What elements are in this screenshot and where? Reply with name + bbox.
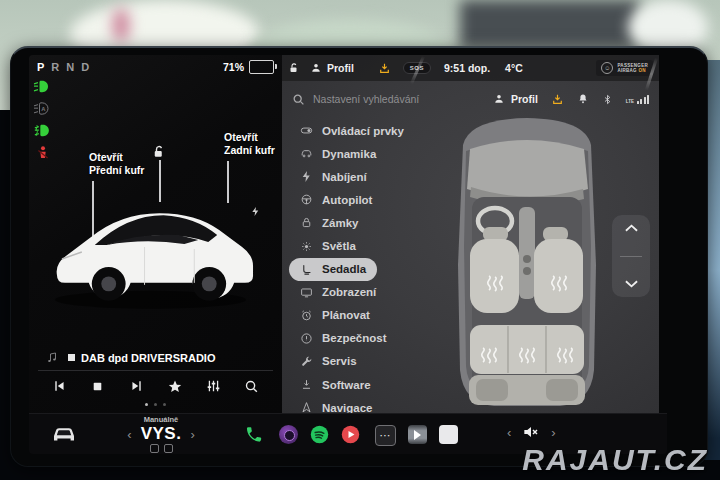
toggle-icon <box>300 124 313 137</box>
passenger-airbag-badge: ☺ PASSENGER AIRBAG ON <box>596 60 653 76</box>
tesla-touchscreen: PRND 71% A <box>10 46 708 467</box>
sos-badge[interactable]: SOS <box>403 62 431 74</box>
settings-menu: Ovládací prvky Dynamika Nabíjení Autopil… <box>289 119 415 414</box>
search-input[interactable]: Nastavení vyhledávání <box>313 93 419 105</box>
menu-item-autopilot[interactable]: Autopilot <box>289 188 383 211</box>
menu-item-safety[interactable]: Bezpečnost <box>289 327 398 350</box>
trunk-action-label: Otevřít <box>224 131 275 144</box>
menu-label: Dynamika <box>322 148 376 160</box>
clock-icon <box>300 309 313 322</box>
next-track-button[interactable] <box>125 376 147 396</box>
phone-app-icon[interactable] <box>244 425 263 444</box>
download-icon <box>300 378 313 391</box>
bluetooth-icon[interactable] <box>602 93 613 106</box>
media-controls <box>34 371 277 396</box>
open-frunk-button[interactable]: Otevřít Přední kufr <box>89 151 144 177</box>
battery-indicator: 71% <box>223 60 274 74</box>
airbag-text: PASSENGER AIRBAG ON <box>617 63 648 74</box>
camera-app-icon[interactable] <box>279 425 298 444</box>
stop-button[interactable] <box>87 376 109 396</box>
notes-app-icon[interactable] <box>439 425 458 444</box>
menu-item-navigation[interactable]: Navigace <box>289 396 384 414</box>
equalizer-button[interactable] <box>202 376 224 396</box>
clock: 9:51 dop. <box>444 62 490 74</box>
scroller-divider <box>620 256 642 257</box>
menu-item-service[interactable]: Servis <box>289 350 368 373</box>
menu-item-seats[interactable]: Sedadla <box>289 258 377 281</box>
fan-increase-button[interactable]: › <box>190 428 194 441</box>
screen-content: PRND 71% A <box>29 55 667 454</box>
menu-item-display[interactable]: Zobrazení <box>289 281 387 304</box>
low-beam-icon <box>33 79 53 94</box>
menu-item-locks[interactable]: Zámky <box>289 211 369 234</box>
lock-icon <box>300 216 313 229</box>
media-title-row[interactable]: DAB dpd DRIVERSRADIO <box>34 349 277 368</box>
fog-light-icon <box>33 123 53 138</box>
volume-control: ‹ › <box>507 425 556 439</box>
media-search-button[interactable] <box>241 376 263 396</box>
mute-icon[interactable] <box>523 425 539 439</box>
notifications-bell-icon[interactable] <box>577 93 589 105</box>
gear-r: R <box>51 61 60 73</box>
menu-item-lights[interactable]: Světla <box>289 234 367 257</box>
driver-seat[interactable] <box>470 239 519 313</box>
page-dot <box>154 403 157 406</box>
seat-heater-indicator[interactable] <box>164 444 173 453</box>
spotify-app-icon[interactable] <box>310 425 329 444</box>
menu-item-charging[interactable]: Nabíjení <box>289 165 378 188</box>
media-pagination[interactable] <box>145 403 166 406</box>
app-drawer-button[interactable]: ⋯ <box>375 425 396 446</box>
radio-app-icon[interactable] <box>341 425 360 444</box>
page-dot <box>163 403 166 406</box>
vehicle-controls-button[interactable] <box>51 423 77 443</box>
photo-background: PRND 71% A <box>0 0 720 480</box>
menu-label: Zámky <box>322 217 358 229</box>
seat-icon <box>300 263 313 276</box>
open-trunk-button[interactable]: Otevřít Zadní kufr <box>224 131 275 157</box>
previous-track-button[interactable] <box>48 376 70 396</box>
media-title: DAB dpd DRIVERSRADIO <box>81 352 215 364</box>
volume-down-button[interactable]: ‹ <box>507 426 511 439</box>
passenger-seat[interactable] <box>534 239 583 313</box>
seatbelt-warning-icon <box>33 145 53 160</box>
fan-decrease-button[interactable]: ‹ <box>127 428 131 441</box>
theater-app-icon[interactable] <box>408 425 427 444</box>
menu-label: Autopilot <box>322 194 372 206</box>
software-update-icon[interactable] <box>378 62 391 75</box>
battery-tip <box>275 64 278 69</box>
outside-temperature[interactable]: 4°C <box>505 62 523 74</box>
menu-item-schedule[interactable]: Plánovat <box>289 304 381 327</box>
fan-level-button[interactable]: VYS. <box>141 424 182 444</box>
unlock-icon[interactable] <box>153 145 167 158</box>
music-note-icon <box>46 351 58 364</box>
profile-button[interactable]: Profil <box>327 62 354 74</box>
software-update-icon[interactable] <box>551 93 564 106</box>
cellular-signal-icon: LTE <box>626 95 649 104</box>
gear-p: P <box>37 61 45 73</box>
rear-bench[interactable] <box>470 325 584 374</box>
unlocked-icon[interactable] <box>288 62 300 74</box>
chevron-up-icon[interactable] <box>625 224 638 232</box>
alert-circle-icon <box>300 332 313 345</box>
status-bar: Profil SOS 9:51 dop. 4°C ☺ PASSENGER AIR… <box>282 55 659 81</box>
parking-light-icon: A <box>33 101 53 116</box>
gear-n: N <box>66 61 75 73</box>
menu-label: Navigace <box>322 402 373 414</box>
car-icon <box>300 147 313 160</box>
seat-heater-indicator[interactable] <box>150 444 159 453</box>
gear-indicator: PRND <box>37 61 90 73</box>
menu-item-dynamics[interactable]: Dynamika <box>289 142 387 165</box>
profile-icon <box>493 93 505 105</box>
menu-label: Software <box>322 379 371 391</box>
chevron-down-icon[interactable] <box>625 280 638 288</box>
menu-item-software[interactable]: Software <box>289 373 382 396</box>
charge-port-icon[interactable] <box>250 205 261 218</box>
menu-item-controls[interactable]: Ovládací prvky <box>289 119 415 142</box>
vehicle-render[interactable] <box>45 185 259 319</box>
airbag-icon: ☺ <box>601 62 613 74</box>
seat-heater-indicators <box>121 444 201 453</box>
display-icon <box>300 286 313 299</box>
profile-button[interactable]: Profil <box>511 93 538 105</box>
favorite-button[interactable] <box>164 376 186 396</box>
volume-up-button[interactable]: › <box>551 426 555 439</box>
